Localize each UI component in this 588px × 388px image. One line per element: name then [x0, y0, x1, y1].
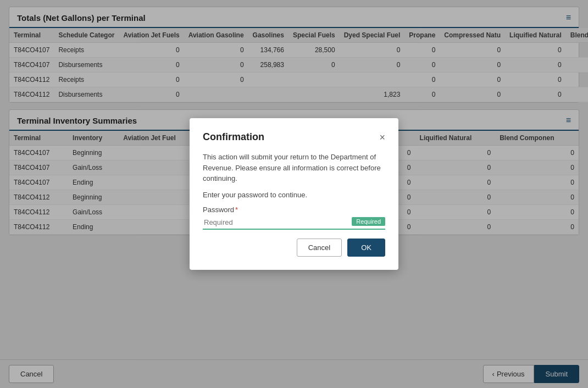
password-label: Password*: [203, 206, 385, 214]
confirmation-modal: Confirmation × This action will submit y…: [190, 118, 398, 270]
modal-message1: This action will submit your return to t…: [203, 152, 385, 184]
required-star: *: [235, 206, 238, 214]
modal-overlay: Confirmation × This action will submit y…: [0, 0, 588, 388]
password-wrapper: Required: [203, 216, 385, 230]
modal-message2: Enter your password to continue.: [203, 190, 385, 201]
modal-header: Confirmation ×: [203, 131, 385, 143]
modal-cancel-button[interactable]: Cancel: [297, 239, 342, 257]
modal-body: This action will submit your return to t…: [203, 152, 385, 230]
modal-close-button[interactable]: ×: [379, 132, 385, 142]
modal-title: Confirmation: [203, 131, 264, 143]
modal-actions: Cancel OK: [203, 239, 385, 257]
required-badge: Required: [352, 217, 385, 226]
modal-ok-button[interactable]: OK: [347, 239, 385, 257]
